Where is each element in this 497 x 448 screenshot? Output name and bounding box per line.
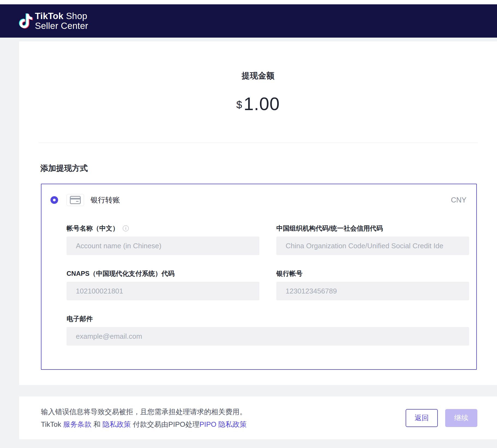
amount-value: 1.00: [244, 94, 280, 114]
top-strip: [0, 0, 497, 4]
email-input[interactable]: [67, 327, 469, 346]
method-name: 银行转账: [91, 195, 120, 205]
footer-actions: 返回 继续: [406, 409, 477, 427]
radio-dot: [53, 199, 56, 201]
brand-tiktok: TikTok: [35, 11, 64, 21]
page-title: 提现金额: [19, 41, 497, 81]
legal-text-tiktok: TikTok: [41, 420, 63, 428]
bank-card-icon: [67, 194, 84, 206]
disclaimer-line1: 输入错误信息将导致交易被拒，且您需承担处理请求的相关费用。: [41, 405, 247, 418]
field-account-name: 帐号名称（中文） i: [67, 224, 259, 255]
footer-bar: 输入错误信息将导致交易被拒，且您需承担处理请求的相关费用。 TikTok 服务条…: [19, 396, 497, 439]
disclaimer-line2: TikTok 服务条款 和 隐私政策 付款交易由PIPO处理PIPO 隐私政策: [41, 418, 247, 431]
tiktok-note-icon: [20, 14, 32, 28]
info-icon[interactable]: i: [123, 225, 129, 231]
payment-method-box: 银行转账 CNY 帐号名称（中文） i 中国组织机构代码/统一社会信用代码 CN…: [41, 184, 477, 370]
bank-transfer-radio[interactable]: [50, 196, 58, 204]
back-button[interactable]: 返回: [406, 409, 438, 427]
pipo-privacy-policy-link[interactable]: PIPO 隐私政策: [199, 420, 247, 428]
bank-account-label: 银行帐号: [276, 269, 303, 278]
cnaps-input[interactable]: [67, 282, 259, 300]
privacy-policy-link[interactable]: 隐私政策: [103, 420, 131, 428]
add-method-title: 添加提现方式: [40, 163, 497, 174]
field-org-code: 中国组织机构代码/统一社会信用代码: [276, 224, 469, 255]
org-code-label: 中国组织机构代码/统一社会信用代码: [276, 224, 383, 233]
bank-transfer-option[interactable]: 银行转账 CNY: [50, 194, 469, 206]
email-label: 电子邮件: [67, 314, 93, 323]
account-name-label: 帐号名称（中文）: [67, 224, 119, 233]
cnaps-label: CNAPS（中国现代化支付系统）代码: [67, 269, 175, 278]
brand-shop: Shop: [66, 11, 87, 21]
method-currency: CNY: [451, 196, 466, 204]
legal-text-pipo: 付款交易由PIPO处理: [131, 420, 199, 428]
section-divider: [39, 143, 478, 143]
continue-button[interactable]: 继续: [445, 409, 477, 427]
currency-symbol: $: [236, 99, 242, 111]
field-cnaps: CNAPS（中国现代化支付系统）代码: [67, 270, 259, 300]
legal-text-and: 和: [91, 420, 102, 428]
bank-account-input[interactable]: [276, 282, 469, 300]
org-code-input[interactable]: [276, 237, 469, 255]
field-bank-account: 银行帐号: [276, 270, 469, 300]
disclaimer: 输入错误信息将导致交易被拒，且您需承担处理请求的相关费用。 TikTok 服务条…: [41, 405, 247, 431]
terms-of-service-link[interactable]: 服务条款: [63, 420, 91, 428]
app-header: TikTok Shop Seller Center: [0, 4, 497, 38]
withdrawal-card: 提现金额 $1.00 添加提现方式 银行转账 CNY 帐号名称（中文） i: [19, 41, 497, 385]
tiktok-shop-logo[interactable]: TikTok Shop Seller Center: [20, 11, 88, 31]
brand-seller-center: Seller Center: [35, 21, 88, 31]
withdrawal-amount: $1.00: [19, 93, 497, 114]
brand-text: TikTok Shop Seller Center: [35, 11, 88, 31]
field-email: 电子邮件: [67, 315, 469, 346]
bank-transfer-form: 帐号名称（中文） i 中国组织机构代码/统一社会信用代码 CNAPS（中国现代化…: [67, 224, 469, 346]
account-name-input[interactable]: [67, 237, 259, 255]
